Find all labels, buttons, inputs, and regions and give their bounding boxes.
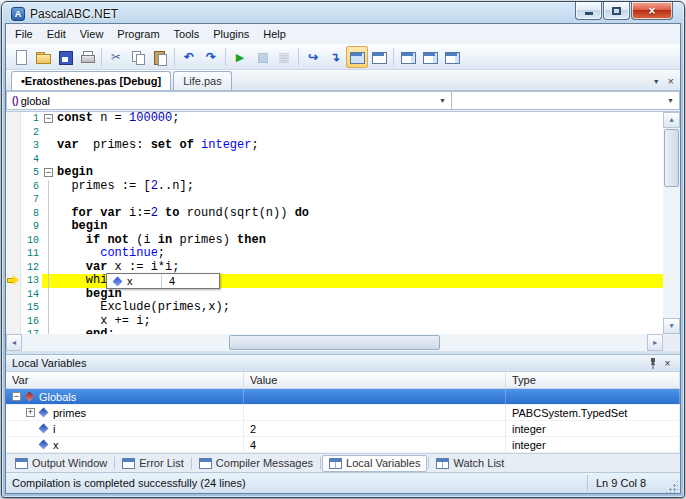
local-variables-panel-header[interactable]: Local Variables ×	[6, 354, 680, 372]
panel-tab-watch-list[interactable]: Watch List	[430, 455, 510, 472]
code-editor[interactable]: 1−const n = 100000;23var primes: set of …	[6, 112, 680, 351]
variable-row-i[interactable]: i2integer	[6, 421, 680, 437]
panel-tab-local-variables[interactable]: Local Variables	[322, 455, 427, 472]
print-button[interactable]	[76, 46, 98, 68]
vertical-scroll-thumb[interactable]	[664, 129, 679, 187]
editor-line-8: 8 for var i:=2 to round(sqrt(n)) do	[6, 207, 663, 221]
new-file-button[interactable]	[10, 46, 32, 68]
column-header-var[interactable]: Var	[6, 372, 244, 388]
breakpoint-margin[interactable]	[6, 315, 21, 329]
tab-list-dropdown-button[interactable]: ▼	[653, 78, 660, 85]
fold-margin[interactable]	[42, 247, 55, 261]
panel-close-icon[interactable]: ×	[660, 356, 675, 370]
pin-icon[interactable]	[645, 356, 660, 370]
fold-margin[interactable]	[42, 315, 55, 329]
scroll-down-button[interactable]: ▼	[663, 318, 680, 334]
fold-margin[interactable]	[42, 180, 55, 194]
show-output-panel-button[interactable]	[397, 46, 419, 68]
toggle-form-window-button[interactable]	[368, 46, 390, 68]
save-button[interactable]	[54, 46, 76, 68]
expander-plus-icon[interactable]: +	[26, 408, 35, 417]
menu-item-program[interactable]: Program	[110, 25, 166, 43]
breakpoint-margin[interactable]	[6, 166, 21, 180]
breakpoint-margin[interactable]	[6, 153, 21, 167]
run-button[interactable]: ▶	[229, 46, 251, 68]
breakpoint-margin[interactable]	[6, 180, 21, 194]
undo-button[interactable]: ↶	[178, 46, 200, 68]
menu-item-tools[interactable]: Tools	[167, 25, 207, 43]
fold-margin[interactable]	[42, 234, 55, 248]
paste-button[interactable]	[149, 46, 171, 68]
fold-margin[interactable]: −	[42, 166, 55, 180]
step-into-button[interactable]: ↴	[324, 46, 346, 68]
breakpoint-margin[interactable]	[6, 261, 21, 275]
minimize-button[interactable]	[575, 2, 602, 20]
tab-close-button[interactable]: ×	[668, 76, 674, 87]
fold-collapse-icon[interactable]: −	[44, 168, 53, 177]
breakpoint-margin[interactable]	[6, 139, 21, 153]
toggle-code-window-button[interactable]	[346, 46, 368, 68]
maximize-button[interactable]	[603, 2, 630, 20]
fold-margin[interactable]	[42, 220, 55, 234]
copy-button[interactable]	[127, 46, 149, 68]
breakpoint-margin[interactable]	[6, 126, 21, 140]
vertical-scrollbar[interactable]: ▲ ▼	[663, 112, 680, 334]
menu-item-view[interactable]: View	[73, 25, 111, 43]
member-combobox[interactable]: ▼	[452, 91, 680, 110]
breakpoint-margin[interactable]	[6, 220, 21, 234]
redo-button[interactable]: ↷	[200, 46, 222, 68]
title-bar[interactable]: A PascalABC.NET ×	[5, 2, 681, 23]
breakpoint-margin[interactable]	[6, 301, 21, 315]
scroll-up-button[interactable]: ▲	[663, 112, 680, 128]
variable-row-primes[interactable]: +primesPABCSystem.TypedSet	[6, 405, 680, 421]
fold-margin[interactable]	[42, 301, 55, 315]
resize-grip[interactable]	[665, 480, 678, 493]
fold-margin[interactable]: −	[42, 112, 55, 126]
scope-combobox[interactable]: () global ▼	[6, 91, 452, 110]
fold-margin[interactable]	[42, 153, 55, 167]
horizontal-scrollbar[interactable]: ◄ ►	[6, 334, 663, 351]
fold-margin[interactable]	[42, 274, 55, 288]
panel-tab-output-window[interactable]: Output Window	[9, 455, 113, 472]
fold-margin[interactable]	[42, 261, 55, 275]
breakpoint-margin[interactable]	[6, 247, 21, 261]
tab-life[interactable]: Life.pas	[173, 71, 232, 90]
fold-margin[interactable]	[42, 193, 55, 207]
breakpoint-margin[interactable]	[6, 234, 21, 248]
horizontal-scroll-thumb[interactable]	[229, 335, 439, 350]
variable-row-globals[interactable]: −Globals	[6, 389, 680, 405]
column-header-type[interactable]: Type	[506, 372, 680, 388]
breakpoint-margin[interactable]	[6, 207, 21, 221]
breakpoint-margin[interactable]	[6, 274, 21, 288]
breakpoint-margin[interactable]	[6, 288, 21, 302]
menu-item-file[interactable]: File	[8, 25, 40, 43]
show-variables-panel-button[interactable]	[419, 46, 441, 68]
fold-margin[interactable]	[42, 139, 55, 153]
menu-item-help[interactable]: Help	[256, 25, 293, 43]
tab-eratosthenes[interactable]: •Eratosthenes.pas [Debug]	[11, 71, 171, 90]
fold-margin[interactable]	[42, 207, 55, 221]
fold-margin[interactable]	[42, 288, 55, 302]
code-text	[55, 193, 663, 207]
menu-item-edit[interactable]: Edit	[40, 25, 73, 43]
fold-collapse-icon[interactable]: −	[44, 114, 53, 123]
minimize-icon	[585, 12, 593, 15]
variable-row-x[interactable]: x4integer	[6, 437, 680, 453]
panel-tab-compiler-messages[interactable]: Compiler Messages	[193, 455, 319, 472]
panel-tab-error-list[interactable]: Error List	[116, 455, 190, 472]
open-file-button[interactable]	[32, 46, 54, 68]
breakpoint-margin[interactable]	[6, 112, 21, 126]
build-button[interactable]: ▦	[273, 46, 295, 68]
step-over-button[interactable]: ↪	[302, 46, 324, 68]
show-watch-panel-button[interactable]	[441, 46, 463, 68]
cut-button[interactable]: ✂	[105, 46, 127, 68]
stop-button[interactable]	[251, 46, 273, 68]
fold-margin[interactable]	[42, 126, 55, 140]
scroll-left-button[interactable]: ◄	[6, 334, 22, 351]
close-button[interactable]: ×	[631, 2, 673, 20]
breakpoint-margin[interactable]	[6, 193, 21, 207]
expander-minus-icon[interactable]: −	[12, 392, 21, 401]
column-header-value[interactable]: Value	[244, 372, 506, 388]
menu-item-plugins[interactable]: Plugins	[206, 25, 256, 43]
scroll-right-button[interactable]: ►	[647, 334, 663, 351]
